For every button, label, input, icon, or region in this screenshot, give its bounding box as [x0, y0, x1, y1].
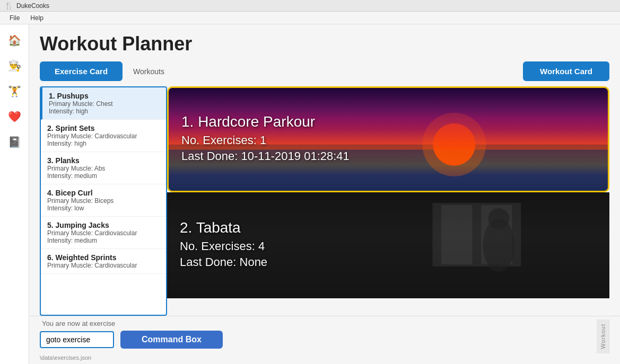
workout-last-done: Last Done: None [180, 255, 597, 269]
content-area: Workout Planner Exercise Card Workouts W… [29, 24, 620, 364]
exercise-item[interactable]: 1. PushupsPrimary Muscle: ChestIntensity… [41, 87, 166, 120]
exercise-name: 5. Jumping Jacks [47, 221, 160, 229]
exercise-name: 3. Planks [47, 156, 160, 165]
app-icon: 🍴 [4, 2, 13, 10]
menu-help[interactable]: Help [25, 14, 49, 22]
titlebar: 🍴 DukeCooks [0, 0, 620, 12]
exercise-intensity: Intensity: medium [47, 172, 160, 180]
workout-title: 2. Tabata [180, 219, 597, 236]
command-box-button[interactable]: Command Box [120, 331, 223, 349]
dumbbell-icon[interactable]: 🏋️ [4, 81, 25, 102]
workout-card-overlay: 1. Hardcore ParkourNo. Exercises: 1Last … [169, 88, 608, 191]
exercise-intensity: Intensity: high [49, 108, 160, 115]
book-icon[interactable]: 📓 [4, 131, 25, 153]
exercise-item[interactable]: 2. Sprint SetsPrimary Muscle: Cardiovasc… [41, 120, 166, 152]
bottom-area: You are now at exercise Command Box Work… [29, 316, 620, 364]
command-row: Command Box [40, 331, 590, 349]
app-title: DukeCooks [16, 2, 49, 10]
exercise-muscle: Primary Muscle: Cardiovascular [47, 229, 160, 237]
exercise-name: 6. Weighted Sprints [47, 253, 160, 262]
exercise-muscle: Primary Muscle: Cardiovascular [47, 132, 160, 140]
exercise-name: 1. Pushups [49, 92, 160, 100]
main-container: 🏠 👨‍🍳 🏋️ ❤️ 📓 Workout Planner Exercise C… [0, 24, 620, 364]
exercise-muscle: Primary Muscle: Abs [47, 165, 160, 172]
workout-num-exercises: No. Exercises: 4 [180, 239, 597, 253]
tab-exercise-card[interactable]: Exercise Card [40, 61, 123, 81]
home-icon[interactable]: 🏠 [4, 30, 25, 51]
exercise-muscle: Primary Muscle: Chest [49, 100, 160, 108]
exercise-list-panel: 1. PushupsPrimary Muscle: ChestIntensity… [40, 86, 167, 316]
heart-icon[interactable]: ❤️ [4, 106, 25, 127]
exercise-name: 4. Bicep Curl [47, 189, 160, 197]
workout-cards-panel: 1. Hardcore ParkourNo. Exercises: 1Last … [167, 86, 609, 316]
exercise-intensity: Intensity: high [47, 140, 160, 147]
workout-card[interactable]: 2. TabataNo. Exercises: 4Last Done: None [167, 192, 609, 298]
sidebar-icons: 🏠 👨‍🍳 🏋️ ❤️ 📓 [0, 24, 29, 364]
exercise-muscle: Primary Muscle: Cardiovascular [47, 262, 160, 269]
page-title: Workout Planner [40, 33, 609, 55]
workout-title: 1. Hardcore Parkour [181, 113, 595, 130]
exercise-item[interactable]: 4. Bicep CurlPrimary Muscle: BicepsInten… [41, 184, 166, 217]
exercise-item[interactable]: 3. PlanksPrimary Muscle: AbsIntensity: m… [41, 152, 166, 184]
exercise-name: 2. Sprint Sets [47, 124, 160, 132]
workout-card-overlay: 2. TabataNo. Exercises: 4Last Done: None [167, 192, 609, 298]
exercise-item[interactable]: 6. Weighted SprintsPrimary Muscle: Cardi… [41, 249, 166, 274]
sidebar-label: Workout [598, 322, 608, 351]
split-panel: 1. PushupsPrimary Muscle: ChestIntensity… [40, 86, 609, 316]
workout-num-exercises: No. Exercises: 1 [181, 134, 595, 147]
workout-card[interactable]: 1. Hardcore ParkourNo. Exercises: 1Last … [167, 86, 609, 192]
workout-last-done: Last Done: 10-11-2019 01:28:41 [181, 149, 595, 163]
menubar: File Help [0, 12, 620, 24]
exercise-item[interactable]: 5. Jumping JacksPrimary Muscle: Cardiova… [41, 217, 166, 249]
filepath: \data\exercises.json [40, 353, 609, 362]
exercise-intensity: Intensity: low [47, 205, 160, 212]
workout-card-button[interactable]: Workout Card [523, 61, 609, 81]
menu-file[interactable]: File [4, 14, 25, 22]
page-header: Workout Planner [29, 24, 620, 59]
tab-workouts[interactable]: Workouts [129, 65, 169, 78]
status-text: You are now at exercise [40, 319, 590, 327]
chef-icon[interactable]: 👨‍🍳 [4, 55, 25, 76]
exercise-intensity: Intensity: medium [47, 237, 160, 244]
exercise-muscle: Primary Muscle: Biceps [47, 197, 160, 205]
tab-bar: Exercise Card Workouts Workout Card [29, 59, 620, 81]
command-input[interactable] [40, 331, 114, 348]
